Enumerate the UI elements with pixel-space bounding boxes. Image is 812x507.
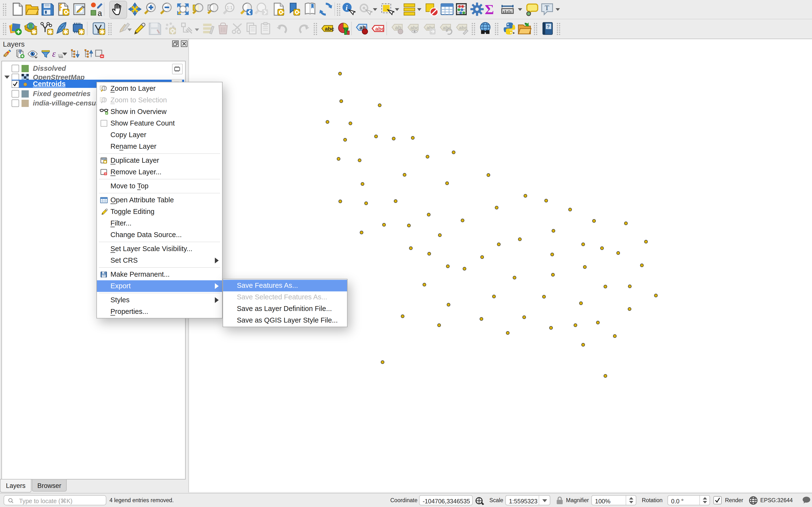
svg-text:a: a: [98, 9, 102, 17]
svg-text:abc: abc: [459, 25, 467, 31]
svg-text:abc: abc: [325, 26, 334, 32]
svg-text:abc: abc: [375, 26, 385, 32]
svg-text:ε: ε: [52, 49, 56, 59]
svg-text:abc: abc: [410, 25, 418, 31]
svg-text:1:1: 1:1: [227, 5, 233, 10]
svg-text:T: T: [545, 4, 549, 12]
svg-text:i: i: [346, 4, 348, 12]
svg-text:?: ?: [547, 24, 550, 29]
